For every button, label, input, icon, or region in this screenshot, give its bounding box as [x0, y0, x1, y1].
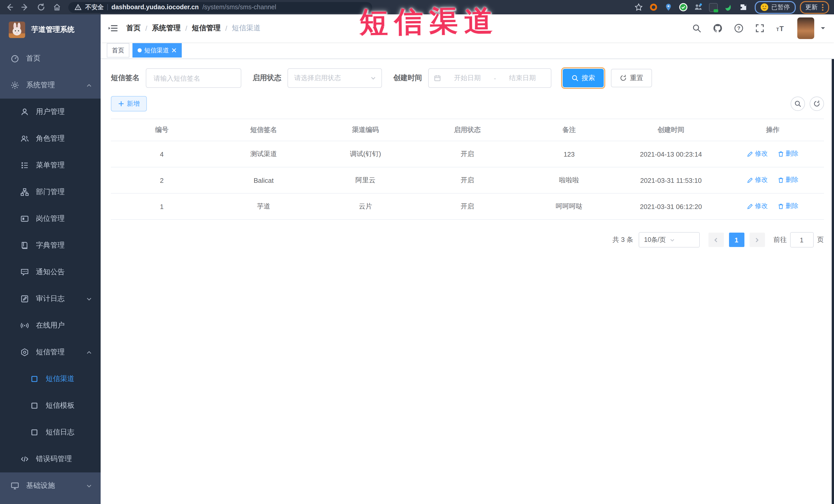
page-number-current[interactable]: 1: [729, 233, 744, 247]
sidebar-item-notice[interactable]: 通知公告: [0, 259, 101, 285]
sidebar-item-label: 首页: [26, 54, 41, 63]
svg-text:T: T: [779, 25, 784, 32]
cell-created: 2021-03-31 06:12:20: [620, 193, 722, 220]
address-bar[interactable]: 不安全 dashboard.yudao.iocoder.cn/system/sm…: [68, 2, 372, 13]
prev-page-button[interactable]: [708, 233, 724, 247]
delete-link[interactable]: 删除: [778, 150, 798, 158]
breadcrumb-item-home[interactable]: 首页: [126, 24, 141, 33]
add-button[interactable]: 新增: [111, 96, 147, 111]
sidebar-item-audit-log[interactable]: 审计日志: [0, 285, 101, 312]
forward-icon[interactable]: [21, 3, 29, 11]
sidebar-item-roles[interactable]: 角色管理: [0, 125, 101, 152]
sidebar-item-sms-log[interactable]: 短信日志: [0, 419, 101, 446]
page-scrollbar[interactable]: [832, 37, 834, 504]
sidebar-item-infra[interactable]: 基础设施: [0, 473, 101, 499]
doc-icon: [30, 401, 39, 410]
col-id: 编号: [111, 119, 213, 141]
cell-id: 1: [111, 193, 213, 220]
sidebar-item-sms-template[interactable]: 短信模板: [0, 392, 101, 419]
caret-down-icon[interactable]: [820, 25, 826, 31]
date-range-picker[interactable]: 开始日期 - 结束日期: [428, 68, 551, 88]
users-icon: [21, 134, 29, 143]
toolbar-right: [790, 96, 824, 111]
sidebar-item-home[interactable]: 首页: [0, 45, 101, 72]
breadcrumb-separator: /: [225, 24, 227, 32]
next-page-button[interactable]: [749, 233, 765, 247]
cell-actions: 修改 删除: [722, 141, 824, 167]
hamburger-icon[interactable]: [108, 24, 117, 33]
close-icon[interactable]: [172, 48, 177, 53]
breadcrumb-item-sms[interactable]: 短信管理: [192, 24, 221, 33]
back-icon[interactable]: [5, 3, 13, 11]
reset-button[interactable]: 重置: [611, 69, 652, 87]
jump-prefix: 前往: [773, 235, 787, 244]
search-button[interactable]: 搜索: [563, 69, 604, 87]
pencil-icon: [747, 203, 753, 210]
sidebar-item-posts[interactable]: 岗位管理: [0, 205, 101, 232]
signature-input[interactable]: [152, 74, 235, 82]
profile-paused-badge[interactable]: 已暂停: [754, 1, 795, 14]
date-start-placeholder: 开始日期: [444, 73, 491, 83]
sidebar-item-sms[interactable]: 短信管理: [0, 339, 101, 366]
delete-label: 删除: [786, 202, 798, 211]
chevron-down-icon: [670, 237, 695, 243]
col-signature: 短信签名: [213, 119, 315, 141]
jump-page-input[interactable]: [790, 232, 813, 247]
sidebar-item-error-code[interactable]: 错误码管理: [0, 446, 101, 473]
reload-icon[interactable]: [37, 3, 45, 11]
gear-icon: [11, 81, 19, 89]
extension-check-icon[interactable]: [679, 3, 687, 11]
table-row: 2 Balicat 阿里云 开启 啦啦啦 2021-03-31 11:53:10…: [111, 167, 824, 193]
emoji-face-icon: [760, 3, 768, 11]
sidebar-item-dict[interactable]: 字典管理: [0, 232, 101, 259]
browser-update-button[interactable]: 更新: [799, 1, 829, 14]
chevron-down-icon: [86, 296, 92, 302]
breadcrumb-item-system[interactable]: 系统管理: [152, 24, 181, 33]
edit-link[interactable]: 修改: [747, 176, 768, 184]
app-logo[interactable]: 芋道管理系统: [0, 14, 101, 45]
font-size-icon[interactable]: TT: [776, 24, 785, 33]
status-select[interactable]: 请选择启用状态: [287, 68, 382, 88]
search-icon[interactable]: [692, 24, 701, 33]
delete-link[interactable]: 删除: [778, 202, 798, 211]
tag-label: 短信渠道: [144, 46, 169, 55]
refresh-table-button[interactable]: [809, 96, 824, 111]
svg-text:?: ?: [737, 25, 740, 31]
sidebar-item-menus[interactable]: 菜单管理: [0, 152, 101, 179]
status-placeholder: 请选择启用状态: [294, 73, 370, 83]
sidebar-item-depts[interactable]: 部门管理: [0, 179, 101, 205]
logo-rabbit-icon: [9, 22, 25, 38]
chevron-up-icon: [86, 82, 92, 88]
annotation-title: 短信渠道: [359, 2, 499, 42]
sidebar-item-system[interactable]: 系统管理: [0, 72, 101, 98]
kebab-menu-icon[interactable]: [822, 4, 823, 10]
toggle-search-button[interactable]: [790, 96, 805, 111]
cell-code: 调试(钉钉): [314, 141, 416, 167]
page-size-select[interactable]: 10条/页: [638, 232, 700, 247]
help-icon[interactable]: ?: [734, 24, 743, 33]
home-icon[interactable]: [53, 3, 61, 11]
fullscreen-icon[interactable]: [755, 24, 764, 33]
trash-icon: [778, 203, 784, 210]
delete-link[interactable]: 删除: [778, 176, 798, 184]
edit-link[interactable]: 修改: [747, 150, 768, 158]
doc-icon: [30, 428, 39, 437]
extension-people-icon[interactable]: [694, 3, 702, 11]
edit-link[interactable]: 修改: [747, 202, 768, 211]
col-remark: 备注: [518, 119, 620, 141]
bookmark-star-icon[interactable]: [634, 3, 642, 11]
extensions-puzzle-icon[interactable]: [739, 3, 747, 11]
tag-home[interactable]: 首页: [107, 43, 129, 58]
sidebar-item-label: 通知公告: [36, 267, 65, 277]
sms-icon: [21, 348, 29, 356]
extension-orange-ring-icon[interactable]: [649, 3, 657, 11]
sidebar-item-online-users[interactable]: 在线用户: [0, 312, 101, 339]
github-icon[interactable]: [713, 24, 722, 33]
sidebar-item-sms-channel[interactable]: 短信渠道: [0, 366, 101, 392]
tag-sms-channel[interactable]: 短信渠道: [132, 43, 182, 58]
extension-green-icon[interactable]: [724, 3, 732, 11]
sidebar-item-users[interactable]: 用户管理: [0, 98, 101, 125]
extension-pin-icon[interactable]: [664, 3, 672, 11]
avatar[interactable]: [797, 18, 814, 39]
extension-dark-icon[interactable]: [709, 3, 718, 12]
